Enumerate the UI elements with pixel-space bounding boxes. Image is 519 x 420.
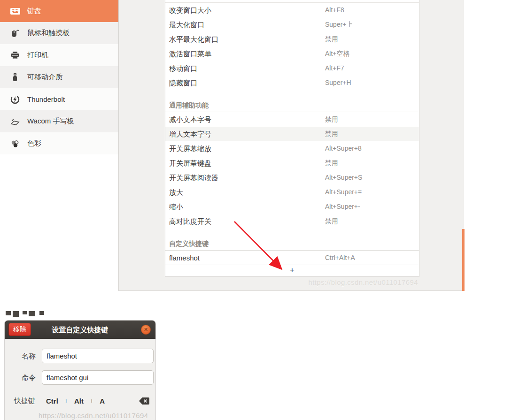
color-icon [10, 139, 20, 148]
backspace-icon[interactable] [139, 397, 149, 406]
sidebar-item-thunderbolt[interactable]: Thunderbolt [0, 88, 118, 110]
sidebar-item-label: 键盘 [27, 7, 41, 15]
shortcut-row[interactable]: 改变窗口大小Alt+F8 [165, 3, 419, 17]
shortcut-row[interactable]: 高对比度开关禁用 [165, 214, 419, 229]
settings-sidebar: 键盘 鼠标和触摸板 打印机 [0, 0, 118, 154]
thunderbolt-icon [10, 95, 20, 104]
shortcut-field-label: 快捷键 [14, 395, 35, 407]
shortcut-row-binding: Alt+F8 [325, 3, 344, 17]
key-name: Ctrl [46, 397, 58, 405]
sidebar-item-label: 鼠标和触摸板 [27, 29, 70, 38]
shortcut-row-label: 缩小 [169, 203, 183, 211]
sidebar-item-removable-media[interactable]: 可移动介质 [0, 66, 118, 88]
sidebar-item-printers[interactable]: 打印机 [0, 44, 118, 66]
shortcut-row-binding: Alt+空格 [325, 46, 350, 61]
shortcut-row-binding: 禁用 [325, 112, 338, 127]
shortcut-row-label: 隐藏窗口 [169, 79, 197, 87]
shortcut-row[interactable]: 移动窗口Alt+F7 [165, 61, 419, 76]
section-header: 自定义快捷键 [165, 237, 419, 251]
shortcut-row-binding: Alt+Super+= [325, 185, 362, 199]
clipped-background-text-fragment [6, 311, 57, 317]
shortcut-row[interactable]: 开关屏幕缩放Alt+Super+8 [165, 141, 419, 156]
shortcut-row-binding: Super+H [325, 76, 351, 90]
shortcut-row-binding: 禁用 [325, 127, 338, 141]
sidebar-item-color[interactable]: 色彩 [0, 132, 118, 154]
shortcut-row[interactable]: 隐藏窗口Super+H [165, 76, 419, 90]
settings-window: 键盘 鼠标和触摸板 打印机 [0, 0, 464, 291]
shortcut-row-binding: 禁用 [325, 156, 338, 170]
shortcut-row-label: 移动窗口 [169, 64, 197, 72]
shortcut-row-label: flameshot [169, 254, 200, 262]
shortcut-list: 改变窗口大小Alt+F8最大化窗口Super+上水平最大化窗口禁用激活窗口菜单A… [165, 3, 419, 265]
shortcut-panel: 改变窗口大小Alt+F8最大化窗口Super+上水平最大化窗口禁用激活窗口菜单A… [165, 0, 419, 277]
vertical-scrollbar-thumb[interactable] [462, 229, 465, 291]
watermark-text: https://blog.csdn.net/u011017694 [308, 278, 418, 286]
shortcut-row-label: 开关屏幕缩放 [169, 145, 211, 153]
wacom-tablet-icon [10, 117, 20, 126]
shortcut-row-label: 开关屏幕键盘 [169, 159, 211, 167]
shortcut-row-label: 减小文本字号 [169, 115, 211, 123]
shortcut-row[interactable]: 缩小Alt+Super+- [165, 199, 419, 214]
watermark-text: https://blog.csdn.net/u011017694 [39, 412, 148, 420]
shortcut-row-label: 放大 [169, 188, 183, 196]
add-shortcut-button[interactable]: + [165, 265, 419, 276]
command-field-row: 命令 [5, 370, 155, 385]
section-header: 通用辅助功能 [165, 98, 419, 112]
close-icon[interactable]: ✕ [141, 325, 151, 335]
shortcut-row-label: 增大文本字号 [169, 130, 211, 138]
screenshot-stage: 键盘 鼠标和触摸板 打印机 [0, 0, 519, 420]
sidebar-item-label: 打印机 [27, 51, 48, 60]
sidebar-item-keyboard[interactable]: 键盘 [0, 0, 118, 22]
key-separator: + [90, 397, 93, 405]
command-field-label: 命令 [22, 370, 36, 385]
key-name: A [100, 397, 105, 405]
sidebar-item-label: Thunderbolt [27, 95, 65, 103]
shortcut-row-binding: Alt+Super+8 [325, 141, 362, 156]
shortcut-row-label: 开关屏幕阅读器 [169, 174, 218, 182]
shortcut-field-row: 快捷键 Ctrl+Alt+A [5, 395, 155, 407]
shortcut-row[interactable]: 减小文本字号禁用 [165, 112, 419, 127]
shortcut-row-binding: Ctrl+Alt+A [325, 251, 355, 265]
dialog-titlebar: 移除 设置自定义快捷键 ✕ [5, 321, 155, 339]
key-separator: + [64, 397, 68, 405]
command-input[interactable] [42, 370, 154, 385]
shortcut-row-label: 激活窗口菜单 [169, 50, 211, 58]
shortcut-row-binding: 禁用 [325, 32, 338, 46]
shortcut-row-label: 高对比度开关 [169, 217, 211, 225]
shortcut-keys[interactable]: Ctrl+Alt+A [46, 395, 105, 407]
shortcut-row[interactable]: 最大化窗口Super+上 [165, 17, 419, 32]
name-field-row: 名称 [5, 349, 155, 364]
remove-button[interactable]: 移除 [8, 323, 31, 336]
mouse-icon [10, 29, 20, 38]
shortcut-row[interactable]: flameshotCtrl+Alt+A [165, 251, 419, 265]
printer-icon [10, 51, 20, 60]
shortcut-row-label: 水平最大化窗口 [169, 35, 218, 43]
shortcut-row-binding: 禁用 [325, 214, 338, 229]
shortcut-row[interactable]: 开关屏幕键盘禁用 [165, 156, 419, 170]
custom-shortcut-dialog: 移除 设置自定义快捷键 ✕ 名称 命令 快捷键 Ctrl+Alt+A https… [5, 321, 155, 420]
shortcut-row[interactable]: 激活窗口菜单Alt+空格 [165, 46, 419, 61]
shortcut-row-label: 最大化窗口 [169, 21, 204, 29]
shortcut-row[interactable]: 放大Alt+Super+= [165, 185, 419, 199]
name-field-label: 名称 [22, 349, 36, 364]
shortcut-row-binding: Alt+Super+- [325, 199, 360, 214]
sidebar-item-label: Wacom 手写板 [27, 117, 74, 126]
shortcut-row-label: 改变窗口大小 [169, 6, 211, 14]
shortcut-row[interactable]: 水平最大化窗口禁用 [165, 32, 419, 46]
sidebar-item-label: 色彩 [27, 139, 41, 148]
sidebar-item-wacom-tablet[interactable]: Wacom 手写板 [0, 110, 118, 132]
shortcut-row[interactable]: 开关屏幕阅读器Alt+Super+S [165, 170, 419, 185]
key-name: Alt [74, 397, 84, 405]
name-input[interactable] [42, 349, 154, 363]
keyboard-icon [10, 7, 20, 16]
shortcut-row[interactable]: 增大文本字号禁用 [165, 127, 419, 141]
shortcut-row-binding: Alt+F7 [325, 61, 344, 76]
shortcut-row-binding: Super+上 [325, 17, 353, 32]
usb-drive-icon [10, 73, 20, 82]
sidebar-item-label: 可移动介质 [27, 73, 62, 82]
sidebar-item-mouse-touchpad[interactable]: 鼠标和触摸板 [0, 22, 118, 44]
keyboard-settings-content: 改变窗口大小Alt+F8最大化窗口Super+上水平最大化窗口禁用激活窗口菜单A… [118, 0, 464, 291]
shortcut-row-binding: Alt+Super+S [325, 170, 362, 185]
